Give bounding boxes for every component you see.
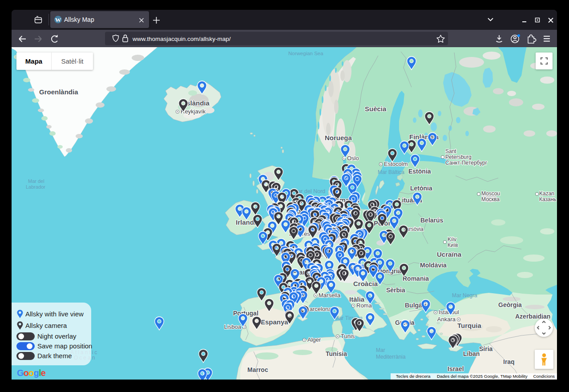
svg-text:Iraq: Iraq (503, 358, 515, 365)
svg-text:Estònia: Estònia (408, 168, 431, 175)
svg-text:www.thomasjacquin.com/allsky-m: www.thomasjacquin.com/allsky-map/ (132, 36, 231, 42)
svg-text:Groenlàndia: Groenlàndia (39, 88, 78, 96)
svg-text:Mediterrània: Mediterrània (376, 354, 406, 360)
svg-text:Alger: Alger (307, 336, 321, 343)
svg-text:Ucraïna: Ucraïna (437, 251, 462, 258)
svg-text:Líban: Líban (463, 350, 480, 357)
svg-text:Mar Negra: Mar Negra (452, 292, 477, 299)
svg-text:Mar: Mar (376, 347, 385, 353)
svg-text:Belarús: Belarús (420, 217, 444, 224)
svg-text:Moldàvia: Moldàvia (420, 262, 447, 269)
svg-text:Romania: Romania (403, 275, 429, 282)
svg-text:Estocolm: Estocolm (384, 161, 408, 167)
svg-text:Санкт-Петербург: Санкт-Петербург (445, 160, 488, 166)
svg-text:Москва: Москва (481, 196, 500, 202)
svg-text:Oslo: Oslo (347, 155, 359, 162)
svg-text:Sant: Sant (445, 148, 456, 154)
svg-text:Marroc: Marroc (247, 366, 268, 373)
svg-text:Geòrgia: Geòrgia (498, 301, 522, 308)
svg-text:Norwegian Sea: Norwegian Sea (288, 51, 323, 56)
svg-text:Kazan: Kazan (539, 190, 554, 197)
svg-text:Tunísia: Tunísia (326, 350, 347, 357)
svg-text:Espanya: Espanya (261, 318, 288, 326)
svg-text:Síria: Síria (479, 345, 493, 352)
svg-text:Mar Bàltica: Mar Bàltica (378, 169, 404, 175)
svg-text:Ankara: Ankara (437, 316, 456, 323)
svg-text:Croàcia: Croàcia (353, 280, 378, 287)
svg-text:Tunis: Tunis (341, 333, 355, 339)
svg-text:Letònia: Letònia (410, 185, 432, 192)
svg-text:Israel: Israel (448, 365, 464, 372)
svg-text:Petersburg: Petersburg (445, 154, 472, 160)
svg-text:Turquia: Turquia (457, 322, 482, 329)
svg-text:Київ: Київ (448, 242, 458, 248)
svg-text:Islàndia: Islàndia (185, 99, 210, 107)
svg-text:Labrador: Labrador (26, 184, 45, 190)
svg-text:W: W (55, 16, 61, 23)
svg-text:Moscou: Moscou (481, 190, 500, 197)
svg-text:Казань: Казань (539, 196, 557, 202)
svg-text:Kíiv: Kíiv (448, 236, 456, 242)
svg-text:Barcelona: Barcelona (306, 306, 332, 312)
svg-text:Lisboa: Lisboa (224, 323, 242, 330)
svg-text:Sèrbia: Sèrbia (386, 287, 405, 294)
svg-text:Noruega: Noruega (325, 134, 352, 141)
svg-text:Suècia: Suècia (365, 105, 387, 113)
svg-text:Mar del: Mar del (28, 178, 44, 184)
svg-text:Marsella: Marsella (319, 292, 341, 299)
